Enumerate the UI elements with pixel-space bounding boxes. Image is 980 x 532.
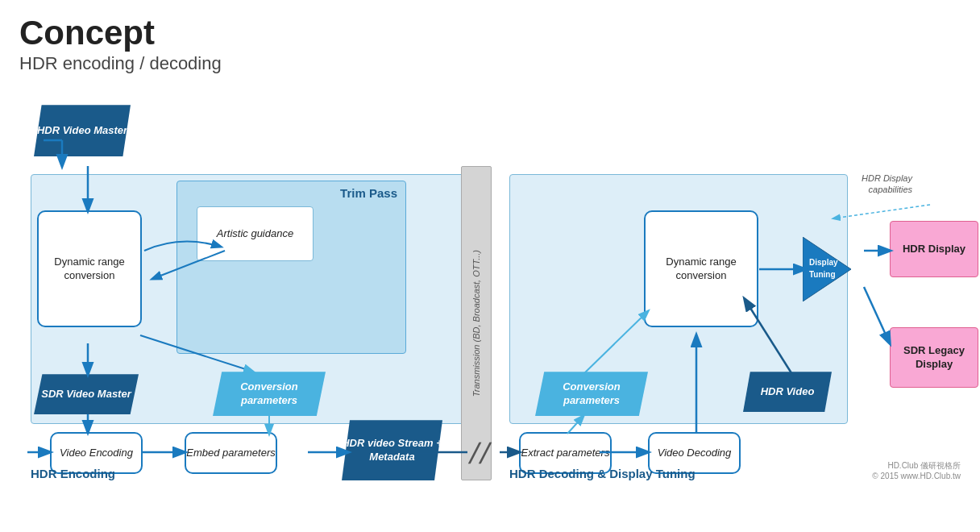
drc-left-label: Dynamic range conversion [39, 256, 140, 283]
hdr-encoding-label: HDR Encoding [31, 467, 115, 480]
capabilities-label: HDR Display capabilities [862, 172, 912, 196]
hdr-video-master-label: HDR Video Master [37, 124, 127, 138]
hdr-video-stream-label: HDR video Stream + Metadata [342, 437, 442, 464]
dynamic-range-conversion-right: Dynamic range conversion [644, 210, 758, 327]
hdr-display-label: HDR Display [903, 243, 965, 256]
sdr-legacy-display-label: SDR Legacy Display [891, 344, 978, 372]
hdr-video-master-block: HDR Video Master [34, 105, 131, 156]
page-title: Concept [19, 15, 961, 52]
hdr-video-right-block: HDR Video [743, 372, 832, 412]
watermark-line2: © 2015 www.HD.Club.tw [872, 472, 961, 480]
embed-parameters-block: Embed parameters [185, 432, 277, 474]
video-decoding-label: Video Decoding [658, 447, 732, 460]
transmission-label: Transmission (BD, Broadcast, OTT...) [471, 250, 481, 397]
sdr-video-master-block: SDR Video Master [34, 374, 139, 414]
hdr-video-stream-block: HDR video Stream + Metadata [342, 420, 442, 480]
conversion-params-right: Conversion parameters [535, 372, 648, 416]
artistic-guidance-label: Artistic guidance [217, 227, 293, 241]
drc-right-label: Dynamic range conversion [646, 256, 757, 283]
conv-params-left-label: Conversion parameters [213, 380, 326, 408]
watermark-line1: HD.Club 儀研視格所 [872, 460, 961, 472]
hdr-decoding-label: HDR Decoding & Display Tuning [509, 467, 696, 480]
svg-line-19 [833, 205, 930, 218]
extract-params-label: Extract parameters [521, 447, 610, 460]
hdr-display-block: HDR Display [890, 221, 978, 277]
hdr-video-right-label: HDR Video [761, 385, 815, 399]
video-encoding-label: Video Encoding [60, 447, 133, 460]
transmission-band: Transmission (BD, Broadcast, OTT...) [461, 166, 492, 480]
sdr-legacy-display-block: SDR Legacy Display [890, 327, 978, 388]
conv-params-right-label: Conversion parameters [535, 380, 648, 408]
svg-marker-23 [803, 237, 851, 301]
svg-line-18 [864, 287, 890, 343]
svg-text:Tuning: Tuning [809, 270, 836, 279]
sdr-video-master-label: SDR Video Master [41, 388, 131, 401]
display-tuning-block: Display Tuning [803, 237, 867, 301]
page-subtitle: HDR encoding / decoding [19, 53, 961, 74]
trim-pass-label: Trim Pass [340, 186, 397, 200]
embed-params-label: Embed parameters [186, 447, 276, 460]
page: Concept HDR encoding / decoding [0, 0, 980, 532]
dynamic-range-conversion-left: Dynamic range conversion [37, 210, 142, 327]
conversion-params-left: Conversion parameters [213, 372, 326, 416]
artistic-guidance-block: Artistic guidance [197, 206, 314, 261]
svg-text:Display: Display [809, 258, 838, 267]
watermark: HD.Club 儀研視格所 © 2015 www.HD.Club.tw [872, 460, 961, 480]
